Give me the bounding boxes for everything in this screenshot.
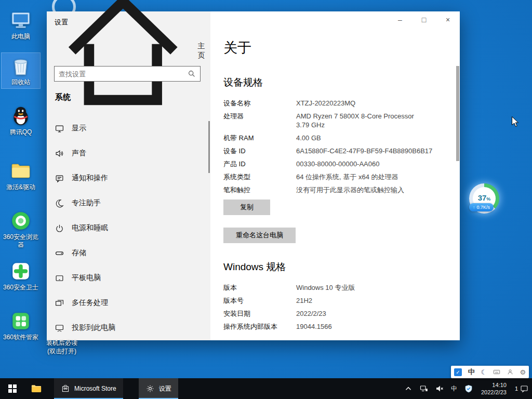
tray-clock[interactable]: 14:10 2022/2/23 (476, 378, 511, 399)
search-icon[interactable] (188, 70, 195, 77)
settings-search-input[interactable] (55, 70, 188, 78)
storage-icon (55, 249, 64, 258)
device-spec-section-title: 设备规格 (223, 76, 451, 89)
spec-value: 4.00 GB (296, 134, 321, 142)
page-title: 关于 (223, 38, 451, 57)
spec-label: 设备 ID (223, 147, 296, 155)
settings-sidebar: 设置 主页 系统 显示 声音 通知和操作 专注 (47, 11, 210, 340)
window-controls: – □ × (388, 11, 460, 28)
spec-row: 操作系统内部版本19044.1566 (223, 322, 451, 331)
start-button[interactable] (0, 378, 25, 399)
taskbar-settings[interactable]: 设置 (139, 378, 178, 399)
sidebar-item-storage[interactable]: 存储 (47, 241, 210, 265)
tray-volume[interactable] (432, 378, 447, 399)
spec-label: 版本号 (223, 296, 296, 305)
taskbar-settings-label: 设置 (159, 384, 171, 393)
ime-settings-icon[interactable]: ⚙ (520, 368, 526, 376)
spec-value: AMD Ryzen 7 5800X 8-Core Processor 3.79 … (296, 112, 414, 129)
desktop-icon-qq[interactable]: 腾讯QQ (2, 103, 40, 138)
maximize-button[interactable]: □ (412, 11, 436, 28)
settings-content: 关于 设备规格 设备名称XTZJ-20220223MQ 处理器AMD Ryzen… (210, 11, 460, 340)
spec-value: 2022/2/23 (296, 309, 326, 318)
rename-pc-button[interactable]: 重命名这台电脑 (223, 228, 296, 243)
windows-spec-section-title: Windows 规格 (223, 260, 451, 274)
sidebar-item-tablet[interactable]: 平板电脑 (47, 265, 210, 290)
minimize-button[interactable]: – (388, 11, 412, 28)
sidebar-item-display[interactable]: 显示 (47, 116, 210, 141)
spec-value: Windows 10 专业版 (296, 283, 355, 292)
taskbar-microsoft-store[interactable]: Microsoft Store (54, 378, 123, 399)
ime-select-icon[interactable]: ✓ (454, 368, 462, 376)
desktop-icon-360-safe[interactable]: 360安全卫士 (2, 258, 40, 294)
spec-row: 机带 RAM4.00 GB (223, 134, 451, 142)
tray-security[interactable] (461, 378, 476, 399)
spec-label: 系统类型 (223, 172, 296, 181)
close-button[interactable]: × (436, 11, 460, 28)
spec-label: 操作系统内部版本 (223, 322, 296, 331)
content-scrollbar[interactable] (456, 66, 459, 161)
home-icon (55, 0, 191, 119)
desktop-icon-readme-label[interactable]: 装机后必读(双击打开) (44, 339, 80, 355)
sidebar-item-project[interactable]: 投影到此电脑 (47, 315, 210, 340)
display-icon (55, 124, 64, 133)
sidebar-item-focus-assist[interactable]: 专注助手 (47, 191, 210, 216)
network-speed-bubble[interactable]: ↑ 0.7K/s (469, 203, 494, 211)
spec-row: 系统类型64 位操作系统, 基于 x64 的处理器 (223, 172, 451, 181)
sidebar-section-title: 系统 (55, 92, 71, 102)
tray-ime-mode[interactable]: 中 (447, 378, 461, 399)
folder-icon (31, 383, 42, 394)
moon-icon[interactable]: ☾ (481, 368, 487, 376)
spec-value: 21H2 (296, 296, 312, 305)
tray-chevron-up[interactable] (401, 378, 416, 399)
ime-label: 中 (451, 384, 457, 393)
sidebar-item-power-sleep[interactable]: 电源和睡眠 (47, 216, 210, 241)
spec-value: 6A15880F-C4E2-47F9-BF59-F4B8890B6B17 (296, 147, 432, 155)
keyboard-icon[interactable] (493, 368, 500, 376)
notifications-icon (55, 174, 64, 183)
sidebar-item-sound[interactable]: 声音 (47, 141, 210, 166)
chevron-up-icon (404, 384, 413, 393)
this-pc-icon (10, 9, 32, 31)
system-tray: 中 14:10 2022/2/23 1 (401, 378, 532, 399)
sidebar-item-multitask[interactable]: 多任务处理 (47, 290, 210, 315)
spec-value: 19044.1566 (296, 322, 332, 331)
clock-time: 14:10 (492, 381, 507, 389)
360-manager-icon (10, 310, 32, 332)
spec-value: 00330-80000-00000-AA060 (296, 159, 379, 168)
sidebar-item-label: 存储 (72, 248, 86, 258)
network-icon (420, 384, 428, 393)
sidebar-item-label: 电源和睡眠 (72, 223, 108, 233)
settings-window: 设置 主页 系统 显示 声音 通知和操作 专注 (47, 11, 460, 340)
sidebar-item-label: 投影到此电脑 (72, 323, 115, 332)
ime-mode-toggle[interactable]: 中 (468, 367, 475, 377)
spec-label: 安装日期 (223, 309, 296, 318)
spec-label: 笔和触控 (223, 185, 296, 194)
spec-row: 版本号21H2 (223, 296, 451, 305)
desktop-icon-360-manager[interactable]: 360软件管家 (2, 308, 40, 343)
spec-row: 设备名称XTZJ-20220223MQ (223, 99, 451, 108)
upload-speed: 0.7K/s (477, 205, 490, 210)
spec-value: XTZJ-20220223MQ (296, 99, 355, 108)
desktop-icon-360-browser[interactable]: 360安全浏览器 (2, 208, 40, 251)
notification-count-badge: 1 (515, 385, 518, 392)
gear-icon (145, 384, 155, 393)
action-center-icon (520, 384, 528, 393)
sidebar-item-home[interactable]: 主页 (47, 42, 210, 60)
person-icon[interactable] (507, 368, 514, 376)
sidebar-home-label: 主页 (198, 42, 210, 60)
copy-button[interactable]: 复制 (223, 200, 270, 215)
file-explorer-button[interactable] (25, 378, 48, 399)
tray-network[interactable] (416, 378, 432, 399)
spec-row: 设备 ID6A15880F-C4E2-47F9-BF59-F4B8890B6B1… (223, 147, 451, 155)
sidebar-item-notifications[interactable]: 通知和操作 (47, 166, 210, 191)
desktop-icon-this-pc[interactable]: 此电脑 (2, 7, 40, 43)
tablet-icon (55, 274, 64, 283)
sidebar-nav: 显示 声音 通知和操作 专注助手 电源和睡眠 存储 (47, 116, 210, 340)
desktop-icon-activate-driver[interactable]: 激活&驱动 (2, 158, 40, 193)
tray-action-center[interactable]: 1 (511, 378, 532, 399)
sidebar-scrollbar[interactable] (208, 121, 210, 173)
volume-muted-icon (435, 384, 444, 393)
desktop-icon-recycle-bin[interactable]: 回收站 (2, 53, 40, 88)
settings-search-box[interactable] (54, 66, 201, 82)
spec-label: 处理器 (223, 112, 296, 129)
